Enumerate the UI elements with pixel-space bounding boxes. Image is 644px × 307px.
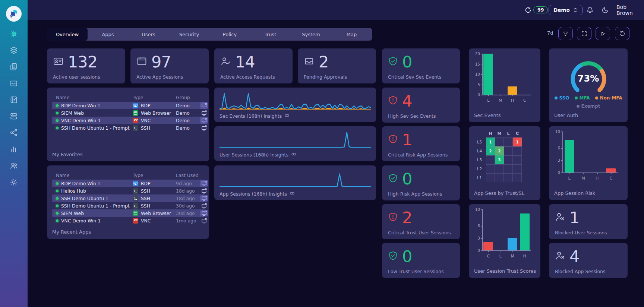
app-logo[interactable] [6,6,22,22]
sidebar-item-settings[interactable] [9,178,18,187]
launch-icon [201,103,207,108]
heatmap-col-label: H [486,131,495,136]
user-auth-card: 73%SSOMFANon-MFAExemptUser Auth [549,48,628,122]
table-row[interactable]: VNC Demo Win 1V2VNC1mo ago [52,217,205,224]
time-range-label[interactable]: 7d [547,30,553,36]
sidebar-item-inbox[interactable] [9,79,18,88]
app_risk-chart: 03610LMHC [549,126,628,200]
heatmap-card: HMLCL511L422L33L2L1App Sess by Trust/SL [469,126,540,200]
sidebar-item-metrics[interactable] [9,145,18,154]
tab-users[interactable]: Users [128,28,169,41]
heatmap-cell [486,164,495,173]
stat-value: 14 [235,54,255,70]
tab-policy[interactable]: Policy [209,28,250,41]
app-type-cell: Web Browser [133,110,176,116]
y-tick-label: 6 [552,146,560,150]
dashboard-icon [9,29,18,38]
app-type-label: SSH [141,125,150,131]
app-name: SSH Demo Ubuntu 1 - Prompt [61,203,130,209]
x-tick-label: C [484,254,493,259]
sidebar-item-share[interactable] [9,128,18,137]
fullscreen-button[interactable] [577,27,591,40]
x-tick [597,173,598,174]
table-row[interactable]: SIEM WebWeb BrowserDemo [52,109,205,117]
table-row[interactable]: RDP Demo Win 1RDPDemo [52,102,205,109]
y-tick [481,74,482,75]
table-row[interactable]: RDP Demo Win 1RDP9d ago [52,180,205,187]
rdp-type-icon [133,181,138,186]
app-name: SIEM Web [61,211,84,216]
link-icon[interactable] [284,113,290,119]
launch-app-button[interactable] [200,124,208,131]
tab-system[interactable]: System [291,28,331,41]
link-icon[interactable] [291,152,296,158]
y-tick-label: 10 [552,129,560,134]
shield-alert-icon [388,95,398,107]
spark_app-chart [220,169,371,188]
heatmap-row-label: L4 [477,149,484,154]
table-row[interactable]: SSH Demo Ubuntu 1 - PromptSSHDemo [52,124,205,132]
blocked-label: Blocked App Sessions [555,269,606,274]
kpi-label: High Risk App Sessions [388,191,442,197]
launch-app-button[interactable] [200,102,208,109]
launch-app-button[interactable] [200,217,208,224]
app-type-cell: RDP [133,181,176,186]
launch-app-button[interactable] [200,117,208,124]
app-type-label: RDP [141,181,151,186]
launch-app-button[interactable] [200,187,208,194]
sync-icon[interactable] [524,0,532,20]
chart-title: User Session Trust Scores [474,268,536,274]
table-row[interactable]: SSH Demo Ubuntu 1SSH18d ago [52,194,205,202]
sidebar-item-dashboard[interactable] [9,29,18,38]
spark_app-card: App Sessions (168h) Insights [214,165,376,200]
table-row[interactable]: SIEM WebWeb Browser30d ago [52,209,205,217]
moon-icon[interactable] [602,0,609,20]
sidebar-item-policy-book[interactable] [9,95,18,104]
gauge-center-value: 73% [562,73,615,84]
app-name-cell: RDP Demo Win 1 [52,181,133,186]
ssh-type-icon [133,203,138,209]
heatmap-cell: 2 [486,146,495,155]
launch-app-button[interactable] [200,110,208,116]
notification-count-badge[interactable]: 99 [533,0,548,20]
tab-overview[interactable]: Overview [47,28,88,41]
link-icon[interactable] [290,191,295,197]
user-name[interactable]: Bob Brown [616,0,644,20]
trust_scores-chart: 03610CLMH [469,204,540,278]
app-last-used-cell: 9d ago [176,181,200,186]
table-row[interactable]: SSH Demo Ubuntu 1 - PromptSSH30d ago [52,202,205,209]
sec_events-card: 05101520LMHCSec Events [469,48,540,122]
legend-dot [577,105,580,108]
blocked-value: 4 [569,249,579,264]
inbox-tray-icon [304,56,315,68]
refresh-button[interactable] [615,27,629,40]
tab-security[interactable]: Security [169,28,209,41]
heatmap-row-label: L1 [477,175,484,180]
launch-app-button[interactable] [200,180,208,187]
stat-value: 97 [151,54,171,70]
sidebar-item-servers[interactable] [9,112,18,121]
bell-icon[interactable] [586,0,594,20]
tab-trust[interactable]: Trust [250,28,291,41]
filter-button[interactable] [558,27,573,40]
launch-app-button[interactable] [200,202,208,209]
x-tick [611,173,612,174]
tab-map[interactable]: Map [331,28,372,41]
y-tick [481,85,482,85]
app-type-label: VNC [141,118,151,123]
ssh-type-icon [133,125,138,131]
x-tick [501,95,501,96]
y-tick-label: 10 [472,207,480,212]
sidebar-item-layers[interactable] [9,46,18,55]
sidebar-item-documents[interactable] [9,62,18,71]
tab-apps[interactable]: Apps [88,28,128,41]
tenant-select[interactable]: Demo [549,0,583,20]
gauge-legend: SSOMFANon-MFA [549,95,628,101]
heatmap-chart: HMLCL511L422L33L2L1 [469,126,540,200]
table-row[interactable]: VNC Demo Win 1V2VNCDemo [52,117,205,124]
launch-app-button[interactable] [200,195,208,202]
play-button[interactable] [596,27,610,40]
sidebar-item-users[interactable] [9,161,18,170]
table-row[interactable]: Helios HubSSH18d ago [52,187,205,194]
launch-app-button[interactable] [200,210,208,216]
